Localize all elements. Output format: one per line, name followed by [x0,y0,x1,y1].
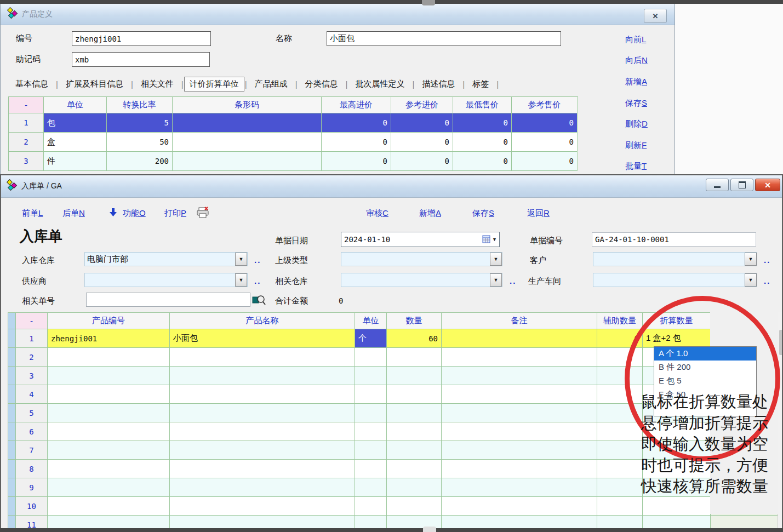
calendar-icon[interactable]: ▼ [482,235,497,243]
maximize-icon[interactable] [730,179,753,191]
row-number[interactable]: 5 [16,404,48,422]
row-number[interactable]: 10 [16,497,48,516]
save-button[interactable]: 保存S [472,208,494,219]
cell-ref-sale[interactable]: 0 [512,133,578,152]
cell-ref-purchase[interactable]: 0 [391,152,453,171]
cell-product-name[interactable]: 小面包 [170,329,355,348]
cell-barcode[interactable] [173,152,322,171]
row-number[interactable]: 7 [16,441,48,460]
customer-combobox[interactable]: ▼ [593,252,757,266]
tab-description[interactable]: 描述信息 [415,77,462,91]
table-row[interactable]: 1 包 5 0 0 0 0 [9,113,578,133]
cell-note[interactable] [442,329,597,348]
code-input[interactable]: zhengji001 [72,31,211,46]
tab-extended-info[interactable]: 扩展及科目信息 [59,77,130,91]
chevron-down-icon[interactable]: ▼ [235,253,247,266]
add-button[interactable]: 新增A [625,77,647,87]
delete-button[interactable]: 删除D [625,119,648,129]
row-number[interactable]: 8 [16,460,48,478]
cell-unit[interactable]: 个 [355,329,387,348]
cell-ref-purchase[interactable]: 0 [391,113,453,133]
prev-button[interactable]: 向前L [625,35,646,45]
cell-max-purchase[interactable]: 0 [322,133,391,152]
cell-min-sale[interactable]: 0 [453,152,512,171]
batch-button[interactable]: 批量T [625,161,647,171]
row-number[interactable]: 3 [9,152,44,171]
cell-ratio[interactable]: 50 [107,133,173,152]
save-button[interactable]: 保存S [625,98,647,108]
cell-barcode[interactable] [173,133,322,152]
chevron-down-icon[interactable]: ▼ [490,253,502,266]
doc-number-input[interactable]: GA-24-01-10-0001 [592,232,756,247]
workshop-combobox[interactable]: ▼ [593,273,757,287]
prev-doc-button[interactable]: 前单L [22,208,43,219]
refresh-button[interactable]: 刷新F [625,140,647,151]
tab-composition[interactable]: 产品组成 [248,77,295,91]
add-button[interactable]: 新增A [419,208,441,219]
tab-related-files[interactable]: 相关文件 [134,77,181,91]
row-number[interactable]: 3 [16,367,48,385]
tab-tags[interactable]: 标签 [465,77,496,91]
warehouse-combobox[interactable]: 电脑门市部 ▼ [84,252,248,266]
customer-more-button[interactable]: .. [764,255,770,265]
parent-type-combobox[interactable]: ▼ [341,252,502,266]
table-row[interactable]: 2 盒 50 0 0 0 0 [9,133,578,152]
cell-ratio[interactable]: 200 [107,152,173,171]
table-row[interactable]: 10 [8,497,779,516]
cell-max-purchase[interactable]: 0 [322,113,391,133]
entry-window-titlebar[interactable]: 入库单 / GA ✕ [1,175,782,198]
row-number[interactable]: 1 [16,329,48,348]
cell-unit[interactable]: 件 [44,152,107,171]
minimize-icon[interactable] [706,179,729,191]
next-button[interactable]: 向后N [625,55,648,66]
cell-unit[interactable]: 包 [44,113,107,133]
related-warehouse-more-button[interactable]: .. [510,276,516,285]
tab-pricing-units[interactable]: 计价折算单位 [184,77,244,91]
row-number[interactable]: 6 [16,422,48,441]
supplier-combobox[interactable]: ▼ [84,273,248,287]
cell-barcode[interactable] [173,113,322,133]
cell-ref-sale[interactable]: 0 [512,152,578,171]
chevron-down-icon[interactable]: ▼ [235,273,247,287]
row-number[interactable]: 4 [16,385,48,404]
row-number[interactable]: 2 [16,348,48,367]
warehouse-more-button[interactable]: .. [254,255,261,265]
supplier-more-button[interactable]: .. [254,276,261,285]
tab-batch-attrs[interactable]: 批次属性定义 [348,77,411,91]
cell-product-code[interactable]: zhengji001 [48,329,170,348]
chevron-down-icon[interactable]: ▼ [490,273,502,287]
functions-button[interactable]: 功能O [123,208,146,219]
cell-max-purchase[interactable]: 0 [322,152,391,171]
table-row[interactable]: 3 件 200 0 0 0 0 [9,152,578,171]
close-icon[interactable]: ✕ [644,9,667,23]
cell-ratio[interactable]: 5 [107,113,173,133]
workshop-more-button[interactable]: .. [764,276,770,285]
cell-min-sale[interactable]: 0 [453,133,512,152]
scrollbar-thumb[interactable] [779,330,783,355]
print-button[interactable]: 打印P [164,208,186,219]
tab-basic-info[interactable]: 基本信息 [8,77,55,91]
mnemonic-input[interactable]: xmb [72,52,210,67]
close-icon[interactable]: ✕ [755,179,780,191]
cell-quantity[interactable]: 60 [387,329,442,348]
related-warehouse-combobox[interactable]: ▼ [341,273,502,287]
return-button[interactable]: 返回R [527,208,550,219]
printer-icon[interactable] [196,207,210,221]
cell-unit[interactable]: 盒 [44,133,107,152]
related-doc-input[interactable] [86,293,250,307]
row-number[interactable]: 9 [16,478,48,497]
chevron-down-icon[interactable]: ▼ [745,253,757,266]
tab-classification[interactable]: 分类信息 [298,77,345,91]
cell-min-sale[interactable]: 0 [453,113,512,133]
audit-button[interactable]: 审核C [366,208,388,219]
doc-date-input[interactable]: 2024-01-10 ▼ [341,232,500,247]
chevron-down-icon[interactable]: ▼ [745,273,757,287]
next-doc-button[interactable]: 后单N [62,208,85,219]
cell-ref-sale[interactable]: 0 [512,113,578,133]
name-input[interactable]: 小面包 [327,31,561,46]
row-number[interactable]: 1 [9,113,44,133]
product-window-titlebar[interactable]: 产品定义 ✕ [1,4,675,25]
search-icon[interactable] [252,294,266,308]
cell-ref-purchase[interactable]: 0 [391,133,453,152]
row-number[interactable]: 2 [9,133,44,152]
